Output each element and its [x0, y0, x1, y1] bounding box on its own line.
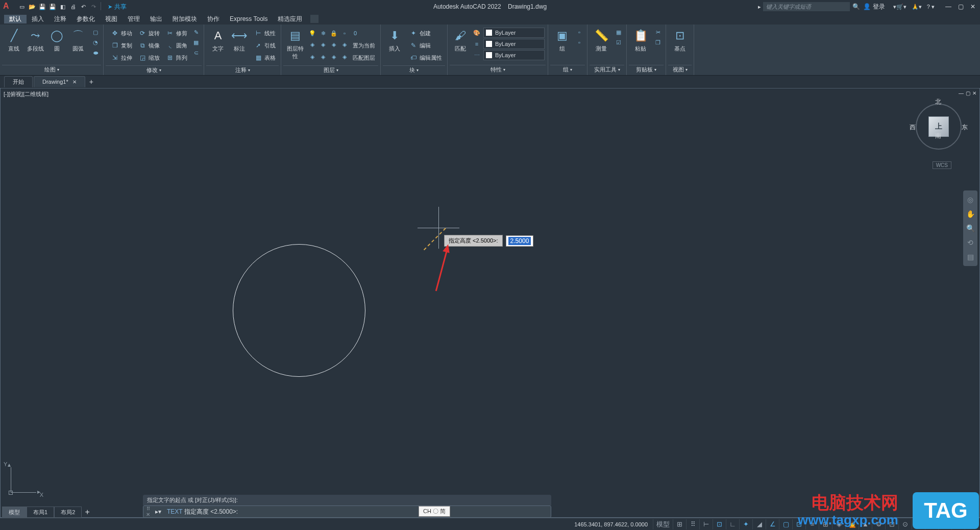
- tab-close-icon[interactable]: ✕: [72, 79, 77, 85]
- ribbon-tab-manage[interactable]: 管理: [122, 15, 145, 23]
- status-dyninput-icon[interactable]: ⊡: [713, 519, 726, 529]
- panel-utilities-label[interactable]: 实用工具: [590, 65, 624, 74]
- stretch-button[interactable]: ⇲拉伸: [109, 52, 134, 63]
- panel-layers-label[interactable]: 图层: [283, 65, 378, 74]
- ribbon-tab-express[interactable]: Express Tools: [225, 15, 273, 22]
- maximize-button[interactable]: ▢: [957, 3, 965, 10]
- tab-drawing1[interactable]: Drawing1*✕: [34, 76, 85, 87]
- layer-mc3-icon[interactable]: ◈: [329, 52, 338, 61]
- draw-mini-3-icon[interactable]: ⬬: [91, 48, 100, 57]
- layer-on-icon[interactable]: 💡: [308, 29, 317, 38]
- qat-save-icon[interactable]: 💾: [38, 2, 47, 11]
- matchlayer-button[interactable]: 匹配图层: [351, 52, 377, 63]
- ribbon-tab-featured[interactable]: 精选应用: [273, 15, 307, 23]
- group-m1-icon[interactable]: ▫: [575, 28, 584, 37]
- nav-orbit-icon[interactable]: ⟲: [964, 236, 976, 249]
- linear-button[interactable]: ⊢线性: [252, 28, 278, 39]
- layerprop-button[interactable]: ▤图层特性: [284, 28, 306, 60]
- ribbon-tab-default[interactable]: 默认: [4, 15, 27, 23]
- ribbon-tab-view[interactable]: 视图: [100, 15, 122, 23]
- panel-view-label[interactable]: 视图: [668, 65, 692, 74]
- move-button[interactable]: ✥移动: [109, 28, 134, 39]
- autodesk-icon[interactable]: 🙏▾: [912, 4, 922, 10]
- ribbon-tab-parametric[interactable]: 参数化: [71, 15, 100, 23]
- command-line[interactable]: ⠿✕ ▸▾ TEXT 指定高度 <2.5000>:: [143, 505, 551, 518]
- dim-button[interactable]: ⟷标注: [229, 28, 250, 53]
- minimize-button[interactable]: —: [944, 3, 952, 10]
- ribbon-tab-collab[interactable]: 协作: [202, 15, 225, 23]
- lineweight-combo[interactable]: ByLayer: [483, 39, 545, 49]
- layer-mc1-icon[interactable]: ◈: [308, 52, 317, 61]
- rotate-button[interactable]: ⟳旋转: [136, 28, 162, 39]
- ribbon-tab-insert[interactable]: 插入: [27, 15, 49, 23]
- status-snap-icon[interactable]: ⠿: [686, 519, 699, 529]
- util-m2-icon[interactable]: ☑: [614, 38, 623, 47]
- cut-icon[interactable]: ✂: [653, 28, 663, 37]
- measure-button[interactable]: 📏测量: [591, 28, 612, 53]
- wcs-label[interactable]: WCS: [933, 161, 951, 169]
- nav-showmot-icon[interactable]: ▤: [964, 251, 976, 263]
- table-button[interactable]: ▦表格: [252, 52, 278, 63]
- copy-button[interactable]: ❐复制: [109, 40, 134, 51]
- layer-mc2-icon[interactable]: ◈: [318, 52, 328, 61]
- ucs-icon[interactable]: X Y: [11, 466, 41, 497]
- draw-mini-1-icon[interactable]: ▢: [91, 28, 100, 37]
- layout-tab-2[interactable]: 布局2: [54, 507, 82, 518]
- command-text[interactable]: TEXT 指定高度 <2.5000>:: [164, 508, 551, 516]
- cart-icon[interactable]: ▾🛒▾: [893, 4, 906, 10]
- qat-redo-icon[interactable]: ↷: [89, 2, 98, 11]
- drawing-viewport[interactable]: [-][俯视][二维线框] — ▢ ✕ 上 北 南 西 东 WCS ◎ ✋ 🔍 …: [0, 88, 980, 518]
- status-osnap-icon[interactable]: ∠: [766, 519, 779, 529]
- tab-add-button[interactable]: +: [86, 77, 96, 87]
- linetype-combo[interactable]: ByLayer: [483, 50, 545, 60]
- nav-wheel-icon[interactable]: ◎: [964, 194, 976, 206]
- qat-plot-icon[interactable]: 🖨: [68, 2, 78, 11]
- layout-add-button[interactable]: +: [82, 507, 93, 518]
- matchprop-button[interactable]: 🖌匹配: [451, 28, 470, 53]
- group-m2-icon[interactable]: ▫: [575, 38, 584, 47]
- fillet-button[interactable]: ◟圆角: [164, 40, 189, 51]
- linetype-icon[interactable]: ⋯: [472, 51, 481, 60]
- status-grid-icon[interactable]: ⊞: [673, 519, 686, 529]
- layer-lock-icon[interactable]: 🔒: [329, 29, 338, 38]
- qat-saveas-icon[interactable]: 💾: [48, 2, 57, 11]
- layer-mb2-icon[interactable]: ◈: [318, 40, 328, 49]
- ribbon-tab-annotate[interactable]: 注释: [49, 15, 71, 23]
- status-coordinates[interactable]: 1465.3401, 897.4622, 0.0000: [574, 521, 648, 527]
- vp-max-icon[interactable]: ▢: [966, 90, 970, 96]
- cmd-handle-icon[interactable]: ⠿✕: [143, 506, 153, 517]
- layer-mb1-icon[interactable]: ◈: [308, 40, 317, 49]
- panel-annotation-label[interactable]: 注释: [206, 65, 279, 74]
- base-button[interactable]: ⊡基点: [669, 28, 691, 53]
- panel-draw-label[interactable]: 绘图: [2, 65, 101, 74]
- search-icon[interactable]: 🔍: [852, 2, 861, 11]
- close-button[interactable]: ✕: [969, 3, 977, 10]
- layout-tab-1[interactable]: 布局1: [27, 507, 54, 518]
- draw-mini-2-icon[interactable]: ◔: [91, 38, 100, 47]
- viewcube[interactable]: 上 北 南 西 东 WCS: [911, 99, 967, 170]
- status-qprop-icon[interactable]: ⊙: [898, 519, 912, 529]
- nav-pan-icon[interactable]: ✋: [964, 208, 976, 220]
- setcurrent-button[interactable]: 置为当前: [351, 40, 377, 51]
- circle-button[interactable]: ◯圆: [46, 28, 67, 53]
- trim-button[interactable]: ✂修剪: [164, 28, 189, 39]
- panel-groups-label[interactable]: 组: [550, 65, 585, 74]
- ribbon-dropdown-icon[interactable]: [310, 15, 318, 23]
- leader-button[interactable]: ➚引线: [252, 40, 278, 51]
- block-edit-button[interactable]: ✎编辑: [407, 40, 444, 51]
- paste-button[interactable]: 📋粘贴: [630, 28, 651, 53]
- qat-open-icon[interactable]: 📂: [28, 2, 37, 11]
- ribbon-tab-output[interactable]: 输出: [145, 15, 167, 23]
- search-input[interactable]: 键入关键字或短语: [763, 2, 850, 11]
- color-combo[interactable]: ByLayer: [483, 28, 545, 38]
- viewport-label[interactable]: [-][俯视][二维线框]: [4, 90, 48, 98]
- layout-tab-model[interactable]: 模型: [2, 507, 27, 518]
- qat-undo-icon[interactable]: ↶: [79, 2, 88, 11]
- status-infer-icon[interactable]: ⊢: [699, 519, 713, 529]
- polyline-button[interactable]: ⤳多段线: [24, 28, 46, 53]
- modify-mini-2-icon[interactable]: ▦: [191, 38, 201, 47]
- color-icon[interactable]: 🎨: [472, 28, 481, 37]
- panel-modify-label[interactable]: 修改: [106, 65, 202, 74]
- util-m1-icon[interactable]: ▦: [614, 28, 623, 37]
- qat-new-icon[interactable]: ▭: [17, 2, 27, 11]
